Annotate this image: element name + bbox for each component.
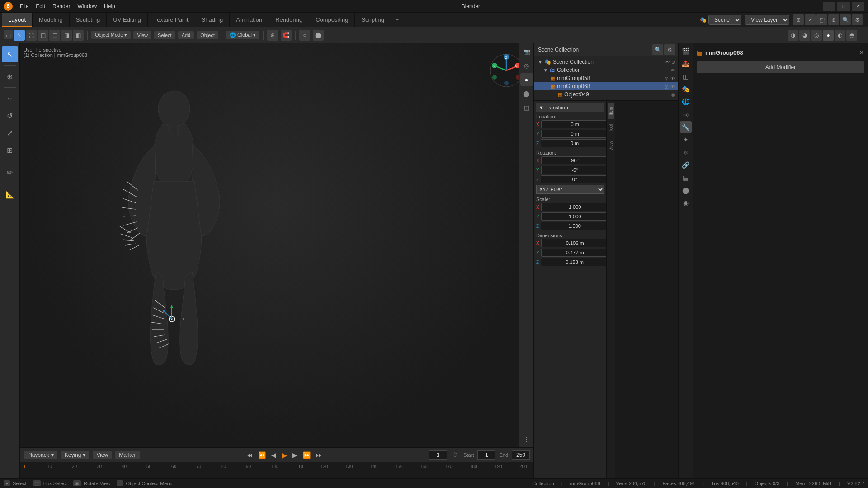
move-tool[interactable]: ↔ <box>2 90 18 107</box>
mode-icon-btn[interactable]: ⬚ <box>4 30 13 39</box>
location-y-input[interactable] <box>541 130 606 138</box>
prev-keyframe-btn[interactable]: ⏪ <box>256 450 268 460</box>
pi-physics-btn[interactable]: ⚛ <box>680 146 692 158</box>
tab-sculpting[interactable]: Sculpting <box>70 13 107 27</box>
start-frame-input[interactable] <box>477 450 495 460</box>
snap-btn[interactable]: 🧲 <box>281 30 292 41</box>
rotation-y-input[interactable] <box>541 166 606 174</box>
pi-scene-btn[interactable]: 🎭 <box>680 83 692 95</box>
pi-particles-btn[interactable]: ✦ <box>680 134 692 145</box>
transform-header[interactable]: ▼ Transform <box>536 103 604 112</box>
pi-world-btn[interactable]: 🌐 <box>680 96 692 108</box>
look-dev-btn[interactable]: ◐ <box>835 30 845 41</box>
scale-x-input[interactable] <box>541 203 606 211</box>
viewport-main[interactable]: User Perspective (1) Collection | mmGrou… <box>20 43 533 447</box>
end-frame-input[interactable] <box>512 450 530 460</box>
vp-xray-btn[interactable]: ◫ <box>520 101 533 114</box>
location-x-input[interactable] <box>541 120 606 128</box>
pi-material-btn[interactable]: ⬤ <box>680 184 692 196</box>
scale-z-input[interactable] <box>541 222 606 230</box>
add-btn[interactable]: Add <box>178 31 194 39</box>
add-workspace-button[interactable]: + <box>391 13 403 27</box>
menu-item-help[interactable]: Help <box>100 2 119 10</box>
tab-modeling[interactable]: Modeling <box>33 13 70 27</box>
outliner-filter-btn[interactable]: ⚙ <box>664 44 675 55</box>
prev-frame-btn[interactable]: ◀ <box>269 450 278 460</box>
select-tool-btn[interactable]: ↖ <box>14 30 25 41</box>
menu-item-window[interactable]: Window <box>74 2 100 10</box>
outliner-item-mmgroup068[interactable]: ▦ mmGroup068 ◎ 👁 <box>534 82 679 90</box>
outliner-item-mmgroup058[interactable]: ▦ mmGroup058 ◎ 👁 <box>534 74 679 82</box>
play-btn[interactable]: ▶ <box>280 450 289 460</box>
icon-btn-2[interactable]: ✕ <box>805 14 816 25</box>
close-button[interactable]: ✕ <box>852 2 864 11</box>
vp-more-btn[interactable]: ⋮ <box>520 433 533 446</box>
n-tab-view[interactable]: View <box>608 137 614 155</box>
pi-object-data-btn[interactable]: ▦ <box>680 172 692 183</box>
rotation-x-input[interactable] <box>541 156 606 164</box>
wire-btn[interactable]: ◎ <box>811 30 822 41</box>
view-dropdown[interactable]: View <box>93 451 112 459</box>
tab-animation[interactable]: Animation <box>230 13 269 27</box>
menu-item-edit[interactable]: Edit <box>32 2 49 10</box>
outliner-item-scene-collection[interactable]: ▼ 🎭 Scene Collection 👁 ⊙ <box>534 58 679 66</box>
rotation-mode-select[interactable]: XYZ Euler <box>536 185 604 194</box>
rotate-tool[interactable]: ↺ <box>2 108 18 124</box>
menu-item-render[interactable]: Render <box>49 2 74 10</box>
tool-btn-2[interactable]: ◫ <box>38 30 48 41</box>
keying-dropdown[interactable]: Keying ▾ <box>61 451 90 459</box>
proportional-btn[interactable]: ○ <box>299 30 310 41</box>
next-frame-btn[interactable]: ▶ <box>291 450 299 460</box>
material-preview-btn[interactable]: ◑ <box>788 30 798 41</box>
view-layer-dropdown[interactable]: View Layer <box>745 15 789 25</box>
tab-compositing[interactable]: Compositing <box>309 13 355 27</box>
n-tab-tool[interactable]: Tool <box>608 120 614 136</box>
jump-start-btn[interactable]: ⏮ <box>245 450 255 460</box>
vp-scene-btn[interactable]: ◎ <box>520 59 533 72</box>
object-mode-btn[interactable]: Object Mode ▾ <box>91 31 131 39</box>
select-tool[interactable]: ↖ <box>2 46 18 62</box>
tab-layout[interactable]: Layout <box>2 13 33 27</box>
pi-render-btn[interactable]: 🎬 <box>680 45 692 57</box>
pi-constraints-btn[interactable]: 🔗 <box>680 159 692 171</box>
playback-dropdown[interactable]: Playback ▾ <box>24 451 57 459</box>
scale-y-input[interactable] <box>541 212 606 221</box>
tool-btn-4[interactable]: ◨ <box>61 30 72 41</box>
location-z-input[interactable] <box>541 139 606 147</box>
icon-btn-3[interactable]: ⬚ <box>816 14 827 25</box>
tab-scripting[interactable]: Scripting <box>355 13 391 27</box>
pi-output-btn[interactable]: 📤 <box>680 58 692 70</box>
view-btn[interactable]: View <box>133 31 151 39</box>
scale-tool[interactable]: ⤢ <box>2 125 18 141</box>
add-modifier-btn[interactable]: Add Modifier <box>697 61 864 73</box>
pi-object-btn[interactable]: ◎ <box>680 108 692 120</box>
cursor-tool[interactable]: ⊕ <box>2 68 18 84</box>
render-preview-btn[interactable]: ◕ <box>799 30 810 41</box>
tool-btn-3[interactable]: ◫ <box>49 30 60 41</box>
outliner-item-object049[interactable]: ▦ Object049 ◎ <box>534 90 679 99</box>
dim-x-input[interactable] <box>541 239 606 247</box>
tool-btn-1[interactable]: ⬚ <box>26 30 37 41</box>
transform-tool[interactable]: ⊞ <box>2 142 18 158</box>
tab-uv-editing[interactable]: UV Editing <box>107 13 147 27</box>
tab-rendering[interactable]: Rendering <box>269 13 309 27</box>
pi-modifier-btn[interactable]: 🔧 <box>680 121 692 133</box>
tool-btn-5[interactable]: ◧ <box>73 30 84 41</box>
maximize-button[interactable]: □ <box>837 2 850 11</box>
pi-view-layer-btn[interactable]: ◫ <box>680 70 692 82</box>
menu-item-file[interactable]: File <box>16 2 32 10</box>
icon-btn-filter[interactable]: ⚙ <box>852 14 863 25</box>
outliner-item-collection[interactable]: ▼ 🗂 Collection 👁 <box>534 66 679 74</box>
marker-dropdown[interactable]: Marker <box>115 451 139 459</box>
dim-y-input[interactable] <box>541 249 606 257</box>
scene-dropdown[interactable]: Scene <box>708 15 741 25</box>
transform-pivot-btn[interactable]: ⊕ <box>267 30 278 41</box>
global-btn[interactable]: 🌐 Global ▾ <box>226 31 259 39</box>
solid-btn[interactable]: ● <box>823 30 834 41</box>
n-tab-item[interactable]: Item <box>608 103 614 119</box>
annotate-tool[interactable]: ✏ <box>2 164 18 180</box>
object-btn[interactable]: Object <box>197 31 218 39</box>
icon-btn-search[interactable]: 🔍 <box>840 14 851 25</box>
rotation-z-input[interactable] <box>541 175 606 183</box>
current-frame-input[interactable] <box>429 450 447 460</box>
